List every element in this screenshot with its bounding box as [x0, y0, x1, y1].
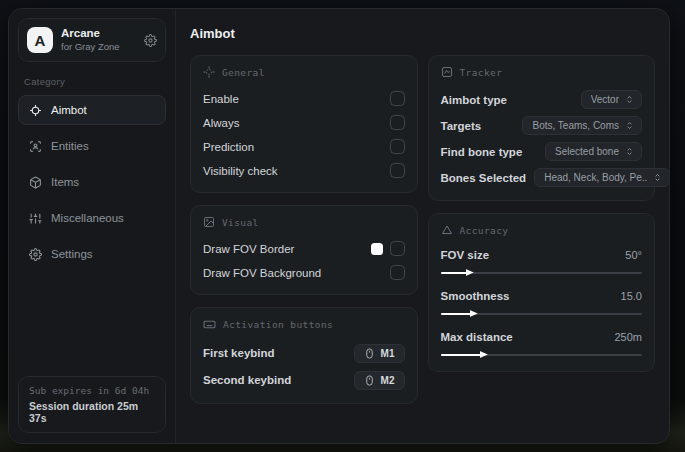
- sidebar-item-label: Entities: [51, 140, 89, 152]
- card-title: Tracker: [460, 67, 503, 78]
- slider-value: 50°: [625, 249, 642, 261]
- always-checkbox[interactable]: [390, 115, 405, 130]
- slider-label: Max distance: [441, 331, 513, 343]
- logo-card: A Arcane for Gray Zone: [18, 18, 166, 62]
- setting-row: Targets Bots, Teams, Coms: [441, 113, 643, 138]
- fov-size-slider[interactable]: [441, 268, 643, 277]
- draw-fov-border-checkbox[interactable]: [390, 241, 405, 256]
- setting-row: Draw FOV Background: [203, 261, 405, 284]
- mouse-icon: [364, 348, 375, 359]
- gear-icon[interactable]: [144, 34, 157, 47]
- setting-row: Prediction: [203, 135, 405, 158]
- sidebar-item-label: Items: [51, 176, 79, 188]
- max-distance-group: Max distance 250m: [441, 327, 643, 359]
- card-title: General: [222, 67, 265, 78]
- keybind-value: M1: [381, 348, 395, 359]
- crosshair-icon: [203, 66, 215, 78]
- tracker-card: Tracker Aimbot type Vector Targets: [428, 55, 656, 201]
- sidebar-item-label: Aimbot: [51, 104, 87, 116]
- prediction-checkbox[interactable]: [390, 139, 405, 154]
- setting-label: Visibility check: [203, 165, 278, 177]
- dropdown-value: Vector: [591, 94, 619, 105]
- session-duration-text: Session duration 25m 37s: [29, 400, 155, 424]
- setting-label: Draw FOV Background: [203, 267, 321, 279]
- card-title: Visual: [222, 217, 259, 228]
- card-title: Accuracy: [460, 225, 509, 236]
- aimbot-type-dropdown[interactable]: Vector: [581, 90, 642, 109]
- slider-value: 250m: [614, 331, 642, 343]
- chevron-up-down-icon: [625, 121, 634, 130]
- sidebar-item-label: Settings: [51, 248, 93, 260]
- triangle-icon: [441, 224, 453, 236]
- setting-row: First keybind M1: [203, 340, 405, 366]
- dropdown-value: Bots, Teams, Coms: [532, 120, 619, 131]
- setting-row: Visibility check: [203, 159, 405, 182]
- image-icon: [203, 216, 215, 228]
- setting-label: Bones Selected: [441, 172, 527, 184]
- setting-label: Draw FOV Border: [203, 243, 294, 255]
- visibility-check-checkbox[interactable]: [390, 163, 405, 178]
- dropdown-value: Selected bone: [555, 146, 619, 157]
- chevron-up-down-icon: [625, 147, 634, 156]
- fov-size-group: FOV size 50°: [441, 245, 643, 277]
- enable-checkbox[interactable]: [390, 91, 405, 106]
- app-window: A Arcane for Gray Zone Category Aimbot: [8, 8, 670, 444]
- sidebar-item-items[interactable]: Items: [18, 167, 166, 197]
- sub-expires-text: Sub expires in 6d 04h: [29, 385, 155, 396]
- card-title: Activation buttons: [223, 319, 333, 330]
- slider-value: 15.0: [621, 290, 642, 302]
- setting-row: Second keybind M2: [203, 367, 405, 393]
- sidebar-item-label: Miscellaneous: [51, 212, 124, 224]
- chevron-up-down-icon: [653, 173, 662, 182]
- logo-name: Arcane: [61, 27, 136, 40]
- setting-label: Aimbot type: [441, 94, 507, 106]
- crosshair-icon: [28, 104, 42, 117]
- chevron-up-down-icon: [625, 95, 634, 104]
- second-keybind-button[interactable]: M2: [354, 371, 405, 390]
- setting-label: Prediction: [203, 141, 254, 153]
- setting-label: Targets: [441, 120, 482, 132]
- keybind-value: M2: [381, 375, 395, 386]
- tracker-icon: [441, 66, 453, 78]
- sidebar-nav: Aimbot Entities Items Miscellaneous: [18, 95, 166, 269]
- slider-thumb[interactable]: [470, 310, 478, 317]
- logo-subtitle: for Gray Zone: [61, 42, 136, 53]
- slider-thumb[interactable]: [480, 351, 488, 358]
- setting-label: First keybind: [203, 347, 275, 359]
- main-content: Aimbot General Enable Alw: [176, 9, 669, 443]
- gear-icon: [28, 248, 42, 261]
- sidebar-item-aimbot[interactable]: Aimbot: [18, 95, 166, 125]
- setting-row: Aimbot type Vector: [441, 87, 643, 112]
- fov-border-color-swatch[interactable]: [371, 243, 383, 255]
- setting-row: Bones Selected Head, Neck, Body, Pe..: [441, 165, 643, 190]
- entities-icon: [28, 140, 42, 153]
- first-keybind-button[interactable]: M1: [354, 344, 405, 363]
- keyboard-icon: [203, 318, 216, 331]
- mouse-icon: [364, 375, 375, 386]
- sliders-icon: [28, 212, 42, 225]
- sidebar-item-entities[interactable]: Entities: [18, 131, 166, 161]
- setting-row: Find bone type Selected bone: [441, 139, 643, 164]
- sidebar-item-settings[interactable]: Settings: [18, 239, 166, 269]
- accuracy-card: Accuracy FOV size 50° Smoothness: [428, 213, 656, 372]
- draw-fov-background-checkbox[interactable]: [390, 265, 405, 280]
- setting-label: Find bone type: [441, 146, 523, 158]
- page-title: Aimbot: [190, 26, 655, 41]
- find-bone-type-dropdown[interactable]: Selected bone: [545, 142, 642, 161]
- sidebar-item-miscellaneous[interactable]: Miscellaneous: [18, 203, 166, 233]
- logo-badge: A: [27, 27, 53, 53]
- smoothness-slider[interactable]: [441, 309, 643, 318]
- setting-label: Always: [203, 117, 239, 129]
- max-distance-slider[interactable]: [441, 350, 643, 359]
- bones-selected-dropdown[interactable]: Head, Neck, Body, Pe..: [534, 168, 669, 187]
- setting-row: Draw FOV Border: [203, 237, 405, 260]
- activation-buttons-card: Activation buttons First keybind M1 Seco…: [190, 307, 418, 404]
- slider-label: FOV size: [441, 249, 490, 261]
- targets-dropdown[interactable]: Bots, Teams, Coms: [522, 116, 642, 135]
- dropdown-value: Head, Neck, Body, Pe..: [544, 172, 647, 183]
- general-card: General Enable Always Prediction: [190, 55, 418, 193]
- slider-thumb[interactable]: [466, 269, 474, 276]
- category-label: Category: [24, 76, 166, 87]
- visual-card: Visual Draw FOV Border Draw FOV Backgrou…: [190, 205, 418, 295]
- setting-label: Enable: [203, 93, 239, 105]
